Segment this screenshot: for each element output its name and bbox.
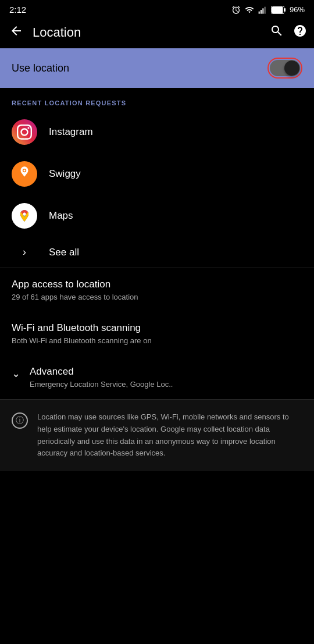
app-bar-actions [270,24,307,41]
toggle-knob [284,61,299,76]
maps-label: Maps [49,210,73,222]
signal-icon [258,5,267,15]
svg-rect-0 [259,11,260,13]
swiggy-icon [12,161,37,187]
advanced-subtitle: Emergency Location Service, Google Loc.. [30,380,302,389]
svg-rect-6 [284,8,286,12]
recent-requests-header: RECENT LOCATION REQUESTS [0,88,314,111]
instagram-icon [12,119,37,145]
back-button[interactable] [7,22,26,44]
svg-point-10 [23,213,26,216]
use-location-toggle-wrapper [267,58,302,79]
app-access-title: App access to location [12,279,302,290]
instagram-app-item[interactable]: Instagram [0,111,314,153]
wifi-bt-item[interactable]: Wi-Fi and Bluetooth scanning Both Wi-Fi … [0,312,314,355]
svg-point-8 [23,170,25,172]
chevron-down-icon: ⌄ [12,367,20,380]
maps-app-item[interactable]: Maps [0,195,314,237]
status-time: 2:12 [9,5,26,15]
battery-icon [271,6,286,14]
battery-level: 96% [290,5,305,14]
use-location-row[interactable]: Use location [0,48,314,88]
svg-rect-1 [261,10,262,14]
advanced-content: Advanced Emergency Location Service, Goo… [30,366,302,389]
svg-rect-2 [262,8,263,13]
use-location-label: Use location [12,62,69,74]
info-footer: ⓘ Location may use sources like GPS, Wi-… [0,400,314,471]
wifi-bt-subtitle: Both Wi-Fi and Bluetooth scanning are on [12,336,302,345]
see-all-row[interactable]: › See all [0,237,314,268]
search-button[interactable] [270,24,284,41]
svg-rect-5 [272,6,283,13]
instagram-label: Instagram [49,126,93,138]
status-icons: 96% [231,5,305,15]
alarm-icon [231,5,241,15]
use-location-toggle[interactable] [270,60,300,76]
wifi-icon [244,5,255,15]
info-text: Location may use sources like GPS, Wi-Fi… [37,411,302,460]
help-button[interactable] [293,24,307,41]
status-bar: 2:12 96% [0,0,314,17]
advanced-row[interactable]: ⌄ Advanced Emergency Location Service, G… [0,355,314,399]
chevron-right-icon: › [12,246,37,258]
swiggy-app-item[interactable]: Swiggy [0,153,314,195]
wifi-bt-title: Wi-Fi and Bluetooth scanning [12,322,302,334]
svg-rect-3 [265,6,266,13]
app-access-item[interactable]: App access to location 29 of 61 apps hav… [0,268,314,312]
info-icon: ⓘ [12,412,28,429]
see-all-label: See all [49,247,79,258]
advanced-title: Advanced [30,366,302,378]
swiggy-label: Swiggy [49,168,81,180]
page-title: Location [33,25,263,40]
app-access-subtitle: 29 of 61 apps have access to location [12,293,302,301]
app-bar: Location [0,17,314,48]
maps-icon [12,203,37,229]
